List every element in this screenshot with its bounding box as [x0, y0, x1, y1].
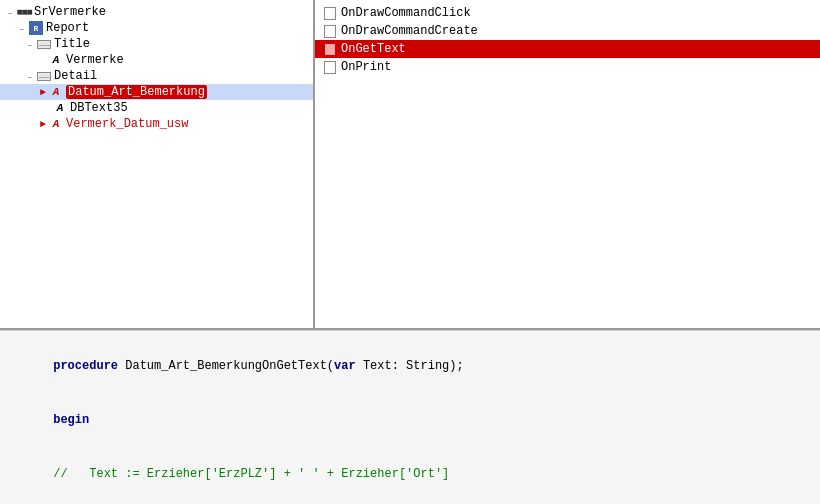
- tree-label-datum-art: Datum_Art_Bemerkung: [66, 85, 207, 99]
- tree-item-report[interactable]: – R Report: [0, 20, 313, 36]
- icon-datum-art: A: [48, 85, 64, 99]
- event-label-onprint: OnPrint: [341, 60, 391, 74]
- code-comment-1: // Text := Erzieher['ErzPLZ'] + ' ' + Er…: [53, 467, 449, 481]
- event-item-ondrawcommandcreate[interactable]: OnDrawCommandCreate: [315, 22, 820, 40]
- expand-icon-srvermerke[interactable]: –: [4, 6, 16, 18]
- code-param-text: Text: String);: [363, 359, 464, 373]
- tree-label-title: Title: [54, 37, 90, 51]
- tree-label-vermerke: Vermerke: [66, 53, 124, 67]
- icon-srvermerke: ■■■: [16, 5, 32, 19]
- tree-label-srvermerke: SrVermerke: [34, 5, 106, 19]
- event-item-ongettext[interactable]: OnGetText: [315, 40, 820, 58]
- top-panel: – ■■■ SrVermerke – R Report – ─: [0, 0, 820, 330]
- arrow-icon-vermerk: ►: [40, 119, 46, 130]
- expand-icon-report[interactable]: –: [16, 22, 28, 34]
- tree-label-report: Report: [46, 21, 89, 35]
- code-proc-name: Datum_Art_BemerkungOnGetText(: [125, 359, 334, 373]
- icon-title: ───: [36, 37, 52, 51]
- tree-panel: – ■■■ SrVermerke – R Report – ─: [0, 0, 315, 328]
- code-keyword-var: var: [334, 359, 363, 373]
- icon-vermerke: A: [48, 53, 64, 67]
- code-line-3: // Text := Erzieher['ErzPLZ'] + ' ' + Er…: [10, 447, 810, 501]
- tree-item-vermerke[interactable]: A Vermerke: [0, 52, 313, 68]
- code-line-2: begin: [10, 393, 810, 447]
- code-keyword-procedure: procedure: [53, 359, 125, 373]
- code-keyword-begin: begin: [53, 413, 89, 427]
- main-container: – ■■■ SrVermerke – R Report – ─: [0, 0, 820, 504]
- event-label-ongettext: OnGetText: [341, 42, 406, 56]
- events-panel: OnDrawCommandClick OnDrawCommandCreate O…: [315, 0, 820, 328]
- event-label-ondrawcommandcreate: OnDrawCommandCreate: [341, 24, 478, 38]
- event-label-ondrawcommandclick: OnDrawCommandClick: [341, 6, 471, 20]
- event-icon-ondrawcommandclick: [323, 6, 337, 20]
- tree-label-vermerk-datum: Vermerk_Datum_usw: [66, 117, 188, 131]
- icon-dbtext35: A: [52, 101, 68, 115]
- event-icon-onprint: [323, 60, 337, 74]
- event-item-onprint[interactable]: OnPrint: [315, 58, 820, 76]
- event-icon-ondrawcommandcreate: [323, 24, 337, 38]
- tree-label-detail: Detail: [54, 69, 97, 83]
- tree-item-detail[interactable]: – ─── Detail: [0, 68, 313, 84]
- tree-item-srvermerke[interactable]: – ■■■ SrVermerke: [0, 4, 313, 20]
- code-line-1: procedure Datum_Art_BemerkungOnGetText(v…: [10, 339, 810, 393]
- event-item-ondrawcommandclick[interactable]: OnDrawCommandClick: [315, 4, 820, 22]
- arrow-icon-datum: ►: [40, 87, 46, 98]
- icon-report: R: [28, 21, 44, 35]
- code-editor[interactable]: procedure Datum_Art_BemerkungOnGetText(v…: [0, 330, 820, 504]
- tree-item-dbtext35[interactable]: ► A DBText35: [0, 100, 313, 116]
- tree-label-dbtext35: DBText35: [70, 101, 128, 115]
- expand-icon-detail[interactable]: –: [24, 70, 36, 82]
- icon-detail: ───: [36, 69, 52, 83]
- event-icon-ongettext: [323, 42, 337, 56]
- expand-icon-title[interactable]: –: [24, 38, 36, 50]
- tree-item-vermerk-datum[interactable]: ► A Vermerk_Datum_usw: [0, 116, 313, 132]
- icon-vermerk-datum: A: [48, 117, 64, 131]
- tree-item-datum-art[interactable]: ► A Datum_Art_Bemerkung: [0, 84, 313, 100]
- tree-item-title[interactable]: – ─── Title: [0, 36, 313, 52]
